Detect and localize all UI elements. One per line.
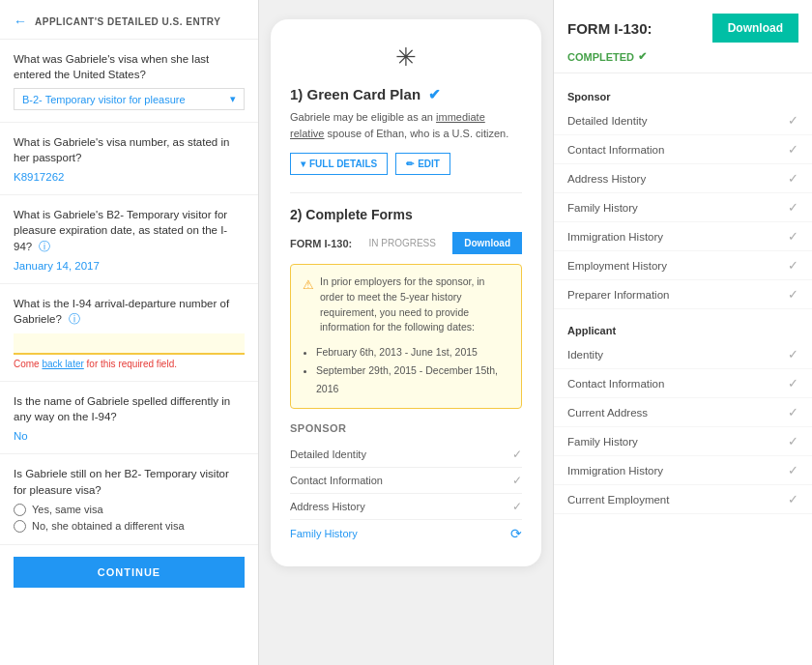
left-panel-title: APPLICANT'S DETAILED U.S. ENTRY	[35, 16, 220, 27]
family-history-link[interactable]: Family History	[290, 528, 358, 539]
refresh-icon: ⟳	[510, 526, 522, 541]
right-check-icon: ✓	[788, 142, 798, 157]
right-check-icon: ✓	[788, 200, 798, 215]
checklist-item-1: Detailed Identity ✓	[290, 442, 522, 468]
info-icon-q3: ⓘ	[39, 240, 50, 253]
question-3-answer: January 14, 2017	[14, 260, 245, 272]
completed-badge: COMPLETED ✔	[554, 50, 812, 73]
right-check-icon: ✓	[788, 113, 798, 128]
question-5-answer: No	[14, 430, 245, 442]
right-sponsor-list: Detailed Identity✓Contact Information✓Ad…	[554, 106, 812, 309]
right-check-icon: ✓	[788, 434, 798, 448]
right-header: FORM I-130: Download	[554, 0, 812, 50]
form-i130-label: FORM I-130:	[290, 238, 352, 249]
right-checklist-item: Immigration History✓	[554, 222, 812, 251]
left-header: ← APPLICANT'S DETAILED U.S. ENTRY	[0, 0, 258, 40]
right-form-title: FORM I-130:	[567, 20, 652, 37]
right-checklist-item: Current Address✓	[554, 398, 812, 427]
section1-title: 1) Green Card Plan ✔	[290, 86, 522, 103]
checklist-item-4[interactable]: Family History ⟳	[290, 520, 522, 547]
right-checklist-item: Contact Information✓	[554, 135, 812, 164]
right-checklist-item: Address History✓	[554, 164, 812, 193]
question-2-answer: K8917262	[14, 171, 245, 183]
checklist-item-3: Address History ✓	[290, 494, 522, 520]
back-later-link[interactable]: back later	[42, 359, 83, 369]
right-checklist-item: Contact Information✓	[554, 369, 812, 398]
right-download-button[interactable]: Download	[712, 14, 798, 43]
right-check-icon: ✓	[788, 492, 798, 506]
check-icon-1: ✓	[512, 448, 522, 461]
right-check-icon: ✓	[788, 463, 798, 477]
question-5-label: Is the name of Gabriele spelled differen…	[14, 393, 245, 424]
back-arrow-icon[interactable]: ←	[14, 14, 27, 29]
right-check-icon: ✓	[788, 171, 798, 186]
warning-header: ⚠ In prior employers for the sponsor, in…	[303, 275, 509, 335]
question-6-label: Is Gabriele still on her B2- Temporary v…	[14, 466, 245, 497]
question-2-label: What is Gabriele's visa number, as state…	[14, 134, 245, 165]
question-1-label: What was Gabriele's visa when she last e…	[14, 51, 245, 82]
continue-button[interactable]: CONTINUE	[14, 557, 245, 588]
section1-checkmark: ✔	[428, 86, 441, 102]
radio-yes-input[interactable]	[14, 504, 26, 516]
right-check-icon: ✓	[788, 347, 798, 361]
right-check-icon: ✓	[788, 405, 798, 419]
warning-date-2: September 29th, 2015 - December 15th, 20…	[316, 361, 509, 398]
question-4-label: What is the I-94 arrival-departure numbe…	[14, 296, 245, 328]
right-panel: FORM I-130: Download COMPLETED ✔ Sponsor…	[553, 0, 812, 665]
question-3: What is Gabriele's B2- Temporary visitor…	[0, 195, 258, 284]
check-icon-3: ✓	[512, 500, 522, 513]
info-icon-q4: ⓘ	[69, 312, 80, 326]
right-check-icon: ✓	[788, 229, 798, 244]
compass-icon: ✳	[290, 43, 522, 72]
right-check-icon: ✓	[788, 258, 798, 273]
form-i130-row: FORM I-130: IN PROGRESS Download	[290, 232, 522, 254]
question-6: Is Gabriele still on her B2- Temporary v…	[0, 454, 258, 544]
radio-yes[interactable]: Yes, same visa	[14, 504, 245, 516]
question-5: Is the name of Gabriele spelled differen…	[0, 382, 258, 454]
checklist-item-2: Contact Information ✓	[290, 468, 522, 494]
right-sponsor-title: Sponsor	[554, 83, 812, 106]
check-icon-2: ✓	[512, 474, 522, 487]
middle-download-button[interactable]: Download	[452, 232, 522, 254]
question-1-dropdown[interactable]: B-2- Temporary visitor for pleasure ▾	[14, 88, 245, 110]
full-details-button[interactable]: ▾ FULL DETAILS	[290, 153, 388, 175]
question-6-radio-group: Yes, same visa No, she obtained a differ…	[14, 504, 245, 533]
middle-panel: ✳ 1) Green Card Plan ✔ Gabriele may be e…	[259, 0, 553, 665]
right-checklist-item: Detailed Identity✓	[554, 106, 812, 135]
question-1: What was Gabriele's visa when she last e…	[0, 40, 258, 123]
right-checklist-item: Employment History✓	[554, 251, 812, 280]
right-checklist-item: Family History✓	[554, 193, 812, 222]
right-checklist-item: Current Employment✓	[554, 485, 812, 514]
left-panel: ← APPLICANT'S DETAILED U.S. ENTRY What w…	[0, 0, 259, 665]
section2-title: 2) Complete Forms	[290, 192, 522, 222]
question-4: What is the I-94 arrival-departure numbe…	[0, 284, 258, 382]
section1-description: Gabriele may be eligible as an immediate…	[290, 109, 522, 141]
main-card: ✳ 1) Green Card Plan ✔ Gabriele may be e…	[271, 19, 541, 566]
right-checklist-item: Preparer Information✓	[554, 280, 812, 309]
section1-actions: ▾ FULL DETAILS ✏ EDIT	[290, 153, 522, 175]
warning-date-1: February 6th, 2013 - June 1st, 2015	[316, 343, 509, 361]
radio-no[interactable]: No, she obtained a different visa	[14, 520, 245, 533]
question-2: What is Gabriele's visa number, as state…	[0, 123, 258, 195]
form-i130-status: IN PROGRESS	[368, 238, 435, 248]
i94-error-text: Come back later for this required field.	[14, 359, 245, 369]
right-checklist-item: Family History✓	[554, 427, 812, 456]
right-check-icon: ✓	[788, 287, 798, 302]
right-checklist-item: Immigration History✓	[554, 456, 812, 485]
i94-number-input[interactable]	[14, 333, 245, 355]
radio-no-input[interactable]	[14, 520, 26, 533]
question-3-label: What is Gabriele's B2- Temporary visitor…	[14, 207, 245, 254]
completed-checkmark: ✔	[638, 50, 647, 63]
right-applicant-title: Applicant	[554, 317, 812, 340]
sponsor-label: Sponsor	[290, 422, 522, 434]
warning-box: ⚠ In prior employers for the sponsor, in…	[290, 264, 522, 409]
warning-icon: ⚠	[303, 275, 314, 295]
right-check-icon: ✓	[788, 376, 798, 390]
right-applicant-list: Identity✓Contact Information✓Current Add…	[554, 340, 812, 514]
edit-button[interactable]: ✏ EDIT	[395, 153, 450, 175]
warning-dates-list: February 6th, 2013 - June 1st, 2015 Sept…	[303, 343, 509, 398]
right-checklist-item: Identity✓	[554, 340, 812, 369]
